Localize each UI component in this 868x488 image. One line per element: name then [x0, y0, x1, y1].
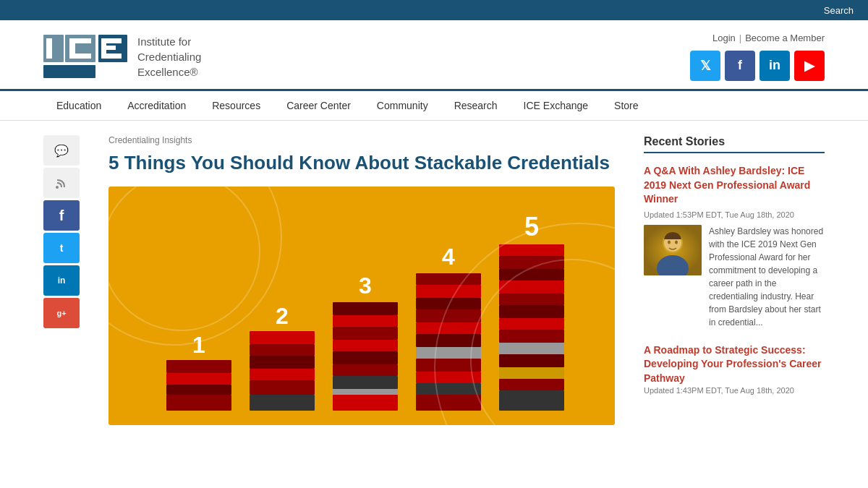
svg-rect-10: [101, 46, 116, 50]
svg-rect-22: [250, 380, 315, 395]
story-1-thumbnail: [644, 225, 702, 275]
svg-rect-14: [166, 373, 231, 385]
nav-ice-exchange[interactable]: ICE Exchange: [511, 91, 602, 120]
breadcrumb: Credentialing Insights: [109, 135, 615, 145]
story-1-content: Ashley Bardsley was honored with the ICE…: [644, 225, 825, 329]
svg-rect-16: [166, 395, 231, 411]
login-link[interactable]: Login: [712, 33, 736, 43]
rss-sidebar-icon[interactable]: [43, 168, 80, 198]
svg-rect-11: [101, 53, 122, 59]
nav-education[interactable]: Education: [43, 91, 114, 120]
svg-rect-28: [333, 340, 398, 351]
story-1-title[interactable]: A Q&A With Ashley Bardsley: ICE 2019 Nex…: [644, 164, 825, 207]
story-item-1: A Q&A With Ashley Bardsley: ICE 2019 Nex…: [644, 164, 825, 329]
story-item-2: A Roadmap to Strategic Success: Developi…: [644, 343, 825, 395]
nav-research[interactable]: Research: [441, 91, 511, 120]
svg-text:3: 3: [359, 273, 372, 299]
svg-rect-15: [166, 385, 231, 395]
nav-accreditation[interactable]: Accreditation: [114, 91, 199, 120]
nav-list: Education Accreditation Resources Career…: [43, 91, 825, 120]
story-1-date: Updated 1:53PM EDT, Tue Aug 18th, 2020: [644, 210, 825, 219]
svg-rect-30: [333, 364, 398, 376]
youtube-icon[interactable]: ▶: [794, 51, 825, 81]
svg-rect-3: [46, 38, 52, 59]
svg-rect-27: [333, 327, 398, 340]
comment-sidebar-icon[interactable]: 💬: [43, 135, 80, 166]
svg-text:4: 4: [442, 244, 455, 270]
twitter-sidebar-icon[interactable]: t: [43, 233, 80, 263]
svg-rect-31: [333, 376, 398, 389]
header-links: Login | Become a Member: [712, 33, 825, 43]
linkedin-icon[interactable]: in: [760, 51, 790, 81]
svg-rect-20: [250, 356, 315, 369]
svg-rect-19: [250, 344, 315, 356]
main-nav: Education Accreditation Resources Career…: [0, 89, 868, 121]
nav-resources[interactable]: Resources: [199, 91, 273, 120]
svg-rect-2: [43, 65, 95, 78]
svg-text:2: 2: [276, 303, 289, 329]
nav-store[interactable]: Store: [601, 91, 651, 120]
social-icons-header: 𝕏 f in ▶: [690, 51, 825, 81]
svg-rect-21: [250, 369, 315, 380]
logo-text: Institute for Credentialing Excellence®: [137, 34, 201, 80]
svg-point-67: [675, 240, 678, 244]
svg-rect-6: [69, 53, 91, 59]
recent-stories-title: Recent Stories: [644, 135, 825, 153]
header-right: Login | Become a Member 𝕏 f in ▶: [690, 33, 825, 81]
svg-rect-23: [250, 395, 315, 411]
social-sidebar: 💬 f t in g+: [43, 135, 80, 425]
facebook-icon[interactable]: f: [725, 51, 755, 81]
googleplus-sidebar-icon[interactable]: g+: [43, 298, 80, 328]
article-title: 5 Things You Should Know About Stackable…: [109, 151, 615, 176]
svg-rect-13: [166, 360, 231, 373]
right-sidebar: Recent Stories A Q&A With Ashley Bardsle…: [644, 135, 825, 425]
svg-rect-9: [101, 38, 122, 43]
header: Institute for Credentialing Excellence® …: [0, 20, 868, 89]
logo-box[interactable]: Institute for Credentialing Excellence®: [43, 31, 201, 82]
article-image: 1 2 3: [109, 187, 615, 425]
main-wrapper: 💬 f t in g+ Credentialing Insights 5 Thi…: [0, 121, 868, 440]
search-button[interactable]: Search: [824, 5, 854, 16]
story-2-title[interactable]: A Roadmap to Strategic Success: Developi…: [644, 343, 825, 386]
nav-career-center[interactable]: Career Center: [273, 91, 364, 120]
logo-area: Institute for Credentialing Excellence®: [43, 31, 201, 82]
nav-community[interactable]: Community: [364, 91, 441, 120]
svg-rect-33: [333, 395, 398, 411]
become-member-link[interactable]: Become a Member: [745, 33, 825, 43]
svg-rect-18: [250, 331, 315, 344]
facebook-sidebar-icon[interactable]: f: [43, 200, 80, 231]
story-1-excerpt: Ashley Bardsley was honored with the ICE…: [709, 225, 825, 329]
svg-point-12: [56, 186, 59, 189]
article-area: Credentialing Insights 5 Things You Shou…: [109, 135, 615, 425]
svg-rect-5: [69, 38, 91, 43]
svg-rect-26: [333, 315, 398, 327]
twitter-icon[interactable]: 𝕏: [690, 51, 720, 81]
svg-rect-25: [333, 302, 398, 315]
linkedin-sidebar-icon[interactable]: in: [43, 265, 80, 296]
ice-logo-icon: [43, 31, 130, 82]
top-bar: Search: [0, 0, 868, 20]
svg-rect-29: [333, 351, 398, 364]
story-2-date: Updated 1:43PM EDT, Tue Aug 18th, 2020: [644, 386, 825, 395]
svg-point-66: [668, 240, 671, 244]
